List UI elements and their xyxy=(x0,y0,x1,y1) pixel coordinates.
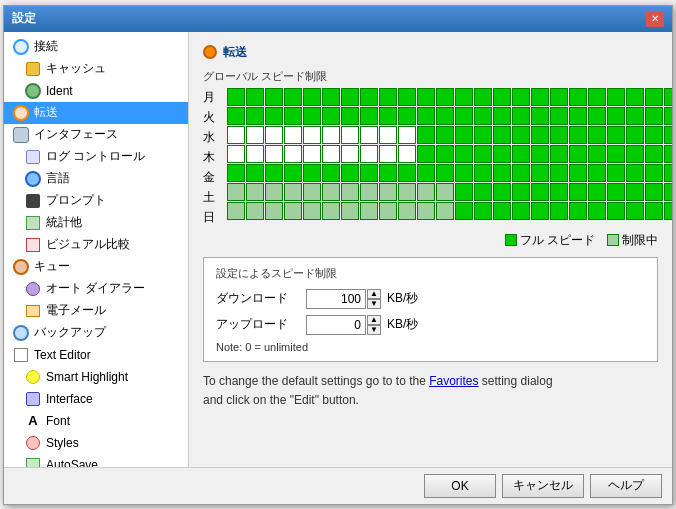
grid-cell[interactable] xyxy=(455,107,473,125)
grid-cell[interactable] xyxy=(664,88,672,106)
grid-cell[interactable] xyxy=(417,88,435,106)
download-spin-down[interactable]: ▼ xyxy=(367,299,381,309)
grid-cell[interactable] xyxy=(512,126,530,144)
grid-cell[interactable] xyxy=(474,202,492,220)
grid-cell[interactable] xyxy=(265,88,283,106)
grid-row[interactable] xyxy=(227,107,672,125)
grid-cell[interactable] xyxy=(341,183,359,201)
grid-cell[interactable] xyxy=(284,126,302,144)
grid-cell[interactable] xyxy=(626,126,644,144)
grid-cell[interactable] xyxy=(246,126,264,144)
grid-cell[interactable] xyxy=(246,183,264,201)
grid-cell[interactable] xyxy=(341,126,359,144)
grid-cell[interactable] xyxy=(569,107,587,125)
favorites-link[interactable]: Favorites xyxy=(429,374,478,388)
sidebar-item-prompt[interactable]: プロンプト xyxy=(4,190,188,212)
grid-cell[interactable] xyxy=(531,183,549,201)
grid-row[interactable] xyxy=(227,88,672,106)
grid-cell[interactable] xyxy=(550,107,568,125)
grid-cell[interactable] xyxy=(379,126,397,144)
grid-cell[interactable] xyxy=(303,202,321,220)
grid-row[interactable] xyxy=(227,202,672,220)
grid-cell[interactable] xyxy=(664,202,672,220)
grid-cell[interactable] xyxy=(341,88,359,106)
sidebar-item-iface[interactable]: Interface xyxy=(4,388,188,410)
grid-cell[interactable] xyxy=(398,164,416,182)
grid-cell[interactable] xyxy=(322,164,340,182)
sidebar-item-stats[interactable]: 統計他 xyxy=(4,212,188,234)
grid-cell[interactable] xyxy=(626,88,644,106)
grid-cell[interactable] xyxy=(398,183,416,201)
grid-cell[interactable] xyxy=(322,126,340,144)
grid-cell[interactable] xyxy=(398,107,416,125)
grid-cell[interactable] xyxy=(322,107,340,125)
grid-cell[interactable] xyxy=(360,145,378,163)
grid-cell[interactable] xyxy=(436,88,454,106)
ok-button[interactable]: OK xyxy=(424,474,496,498)
sidebar-item-dialer[interactable]: オート ダイアラー xyxy=(4,278,188,300)
upload-spin-down[interactable]: ▼ xyxy=(367,325,381,335)
grid-cell[interactable] xyxy=(379,183,397,201)
grid-cell[interactable] xyxy=(360,126,378,144)
sidebar-item-highlight[interactable]: Smart Highlight xyxy=(4,366,188,388)
grid-cell[interactable] xyxy=(531,202,549,220)
grid-cell[interactable] xyxy=(474,126,492,144)
grid-cell[interactable] xyxy=(417,145,435,163)
sidebar-item-transfer[interactable]: 転送 xyxy=(4,102,188,124)
close-button[interactable]: ✕ xyxy=(646,11,664,27)
grid-cell[interactable] xyxy=(474,88,492,106)
grid-cell[interactable] xyxy=(322,145,340,163)
grid-cell[interactable] xyxy=(379,107,397,125)
grid-cell[interactable] xyxy=(607,88,625,106)
grid-cell[interactable] xyxy=(607,107,625,125)
grid-cell[interactable] xyxy=(436,145,454,163)
grid-cell[interactable] xyxy=(436,164,454,182)
sidebar-item-styles[interactable]: Styles xyxy=(4,432,188,454)
download-spin-up[interactable]: ▲ xyxy=(367,289,381,299)
sidebar-item-connection[interactable]: 接続 xyxy=(4,36,188,58)
grid-cell[interactable] xyxy=(379,88,397,106)
grid-cell[interactable] xyxy=(512,183,530,201)
grid-cell[interactable] xyxy=(645,183,663,201)
grid-cell[interactable] xyxy=(246,164,264,182)
grid-cell[interactable] xyxy=(265,126,283,144)
grid-cell[interactable] xyxy=(531,88,549,106)
grid-row[interactable] xyxy=(227,145,672,163)
sidebar-item-autosave[interactable]: AutoSave xyxy=(4,454,188,467)
sidebar-item-backup[interactable]: バックアップ xyxy=(4,322,188,344)
grid-cell[interactable] xyxy=(265,145,283,163)
grid-cell[interactable] xyxy=(455,202,473,220)
grid-cell[interactable] xyxy=(436,183,454,201)
upload-input[interactable] xyxy=(306,315,366,335)
grid-cell[interactable] xyxy=(474,183,492,201)
grid-cell[interactable] xyxy=(588,88,606,106)
grid-cell[interactable] xyxy=(398,88,416,106)
grid-cell[interactable] xyxy=(436,107,454,125)
grid-cell[interactable] xyxy=(265,107,283,125)
grid-row[interactable] xyxy=(227,164,672,182)
sidebar-item-texteditor[interactable]: Text Editor xyxy=(4,344,188,366)
grid-cell[interactable] xyxy=(379,164,397,182)
grid-cell[interactable] xyxy=(607,183,625,201)
grid-cell[interactable] xyxy=(398,202,416,220)
grid-cell[interactable] xyxy=(645,145,663,163)
grid-cell[interactable] xyxy=(398,145,416,163)
grid-cell[interactable] xyxy=(626,183,644,201)
grid-cell[interactable] xyxy=(284,202,302,220)
grid-cell[interactable] xyxy=(645,164,663,182)
grid-cell[interactable] xyxy=(227,202,245,220)
sidebar-item-cache[interactable]: キャッシュ xyxy=(4,58,188,80)
grid-cell[interactable] xyxy=(455,164,473,182)
grid-cell[interactable] xyxy=(588,126,606,144)
grid-cell[interactable] xyxy=(626,164,644,182)
grid-cell[interactable] xyxy=(417,164,435,182)
upload-spin-up[interactable]: ▲ xyxy=(367,315,381,325)
grid-cell[interactable] xyxy=(607,126,625,144)
grid-cell[interactable] xyxy=(569,164,587,182)
grid-cell[interactable] xyxy=(265,183,283,201)
grid-cell[interactable] xyxy=(265,202,283,220)
grid-cell[interactable] xyxy=(303,164,321,182)
help-button[interactable]: ヘルプ xyxy=(590,474,662,498)
grid-cell[interactable] xyxy=(645,88,663,106)
sidebar-item-queue[interactable]: キュー xyxy=(4,256,188,278)
